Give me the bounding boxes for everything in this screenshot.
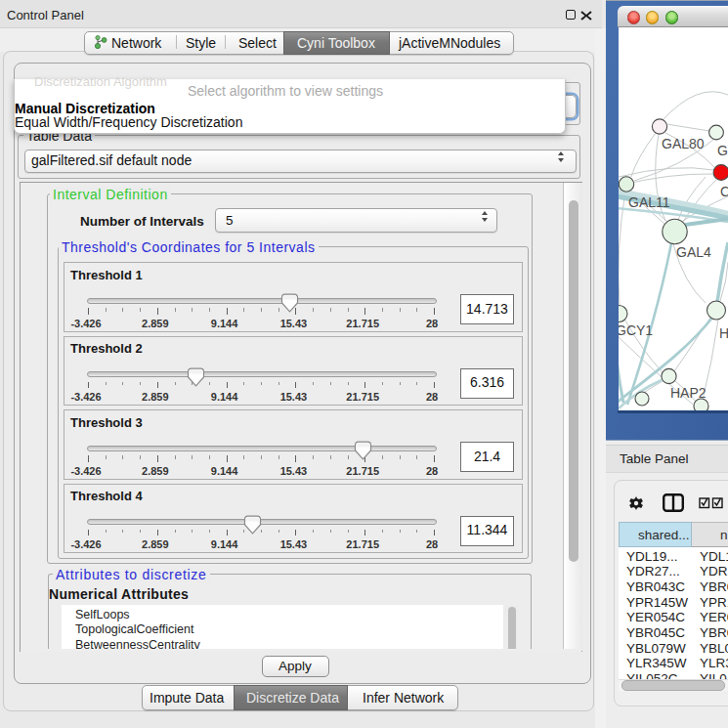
svg-text:GAL4: GAL4 xyxy=(676,244,711,260)
svg-text:HAP2: HAP2 xyxy=(670,385,707,401)
svg-text:GAL80: GAL80 xyxy=(662,136,705,151)
svg-text:GAL11: GAL11 xyxy=(628,194,670,210)
svg-text:G.: G. xyxy=(717,143,728,158)
svg-text:C: C xyxy=(720,184,728,199)
svg-text:GCY1: GCY1 xyxy=(619,322,653,338)
svg-text:H: H xyxy=(719,325,728,341)
